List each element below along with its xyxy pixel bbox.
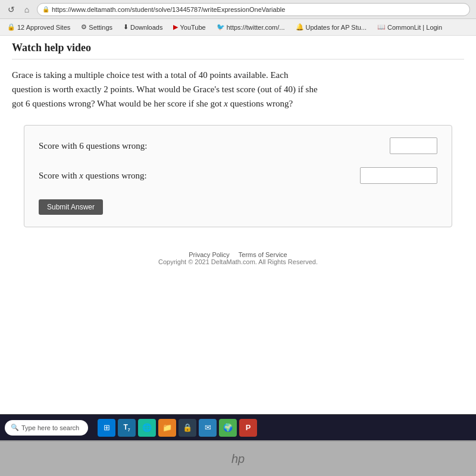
copyright-text: Copyright © 2021 DeltaMath.com. All Righ… [12,258,464,265]
approved-icon: 🔒 [7,23,15,31]
taskbar-search[interactable]: 🔍 Type here to search [5,420,88,436]
download-icon: ⬇ [123,23,129,31]
back-button[interactable]: ↺ [6,4,17,15]
browser-frame: ↺ ⌂ 🔒 https://www.deltamath.com/student/… [0,0,476,476]
problem-line-3: got 6 questions wrong? What would be her… [12,99,222,108]
page-content: Watch help video Grace is taking a multi… [0,36,476,414]
taskbar-windows-icon[interactable]: ⊞ [98,419,115,437]
problem-line-4: questions wrong? [230,99,293,108]
page-footer: Privacy Policy Terms of Service Copyrigh… [12,245,464,277]
taskbar-mail-icon[interactable]: ✉ [199,419,217,437]
url-text: https://www.deltamath.com/student/solve/… [52,6,285,13]
taskbar-chrome-icon[interactable]: 🌍 [219,419,237,437]
problem-text: Grace is taking a multiple choice test w… [12,68,464,111]
taskbar-folder-icon[interactable]: 📁 [158,419,176,437]
score-6-label: Score with 6 questions wrong: [39,141,390,151]
bookmark-label: Updates for AP Stu... [306,24,367,31]
updates-icon: 🔔 [296,23,304,31]
score-6-input[interactable] [390,137,437,154]
bookmark-label: 12 Approved Sites [17,24,70,31]
score-x-variable: x [79,171,83,180]
search-icon: 🔍 [11,424,19,431]
bookmark-youtube[interactable]: ▶ YouTube [170,22,209,32]
youtube-icon: ▶ [173,23,178,31]
bookmark-approved-sites[interactable]: 🔒 12 Approved Sites [4,22,74,32]
bookmark-updates[interactable]: 🔔 Updates for AP Stu... [292,22,371,32]
terms-link[interactable]: Terms of Service [239,251,287,258]
taskbar-lock-icon[interactable]: 🔒 [178,419,196,437]
taskbar-icons: ⊞ T7 🌐 📁 🔒 ✉ 🌍 P [98,419,257,437]
taskbar-powerpoint-icon[interactable]: P [239,419,257,437]
laptop-bottom-bezel: hp [0,440,476,476]
lock-icon: 🔒 [42,6,49,12]
score-6-row: Score with 6 questions wrong: [39,137,437,154]
problem-x-variable: x [224,99,228,108]
address-bar[interactable]: 🔒 https://www.deltamath.com/student/solv… [37,3,470,16]
score-x-input[interactable] [360,167,437,184]
taskbar-edge-icon[interactable]: 🌐 [138,419,156,437]
bookmark-label: https://twitter.com/... [227,24,285,31]
taskbar: 🔍 Type here to search ⊞ T7 🌐 📁 🔒 ✉ [0,414,476,440]
bookmark-downloads[interactable]: ⬇ Downloads [120,22,166,32]
twitter-icon: 🐦 [217,23,225,31]
hp-logo: hp [231,452,245,466]
commonlit-icon: 📖 [377,23,386,31]
home-button[interactable]: ⌂ [21,4,32,15]
problem-line-1: Grace is taking a multiple choice test w… [12,70,288,80]
privacy-link[interactable]: Privacy Policy [189,251,229,258]
score-x-row: Score with x questions wrong: [39,167,437,184]
watch-help-link[interactable]: Watch help video [12,42,464,60]
bookmark-label: CommonLit | Login [387,24,442,31]
bookmark-settings[interactable]: ⚙ Settings [77,22,116,32]
bookmark-label: Settings [89,24,112,31]
bookmark-label: Downloads [130,24,162,31]
taskbar-teams-icon[interactable]: T7 [118,419,136,437]
problem-line-2: question is worth exactly 2 points. What… [12,84,318,94]
submit-button[interactable]: Submit Answer [39,199,103,215]
bookmarks-bar: 🔒 12 Approved Sites ⚙ Settings ⬇ Downloa… [0,19,476,36]
browser-titlebar: ↺ ⌂ 🔒 https://www.deltamath.com/student/… [0,0,476,19]
answer-box: Score with 6 questions wrong: Score with… [24,125,452,227]
bookmark-twitter[interactable]: 🐦 https://twitter.com/... [213,22,289,32]
settings-icon: ⚙ [81,23,87,31]
search-placeholder: Type here to search [21,424,79,431]
bookmark-commonlit[interactable]: 📖 CommonLit | Login [374,22,446,32]
score-x-label: Score with x questions wrong: [39,171,360,181]
bookmark-label: YouTube [180,24,205,31]
